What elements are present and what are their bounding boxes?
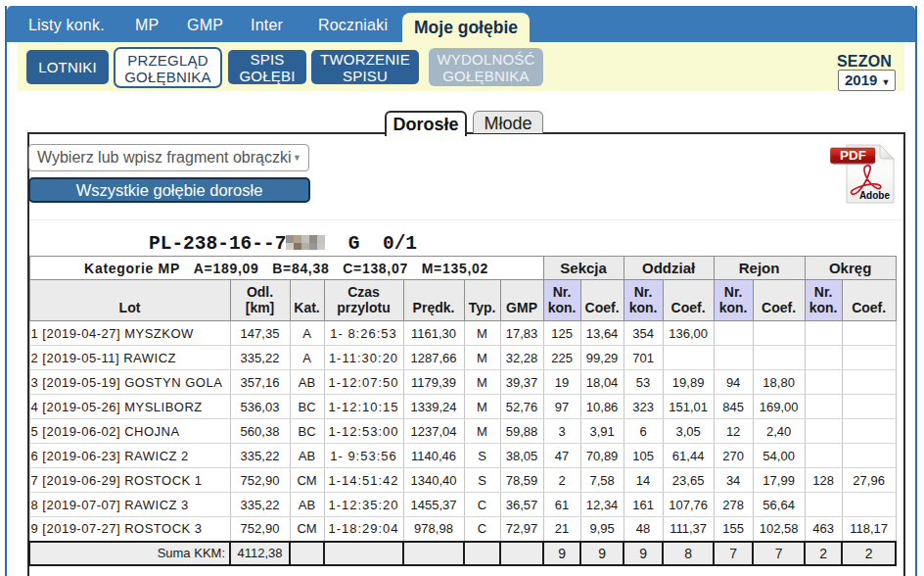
svg-text:PDF: PDF (840, 148, 866, 163)
svg-text:Adobe: Adobe (859, 190, 891, 201)
